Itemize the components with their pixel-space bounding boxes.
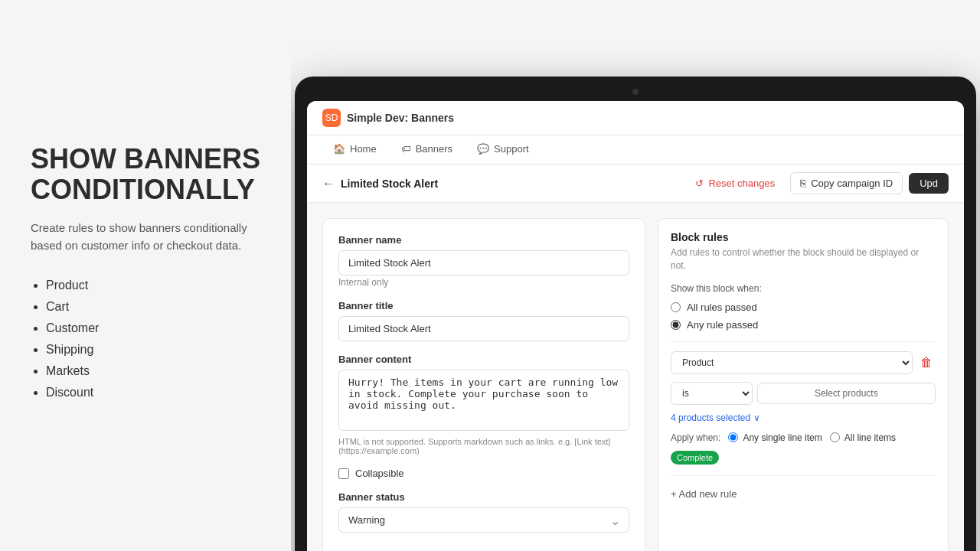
app-icon: SD [322, 109, 341, 127]
banner-content-hint: HTML is not supported. Supports markdown… [338, 437, 629, 455]
products-selected-count: 4 products selected [671, 412, 750, 423]
products-selected-link[interactable]: 4 products selected ∨ [671, 412, 936, 423]
radio-all-rules[interactable] [671, 302, 681, 312]
list-item-markets: Markets [46, 364, 260, 378]
rules-panel: Block rules Add rules to control whether… [658, 218, 949, 551]
select-products-button[interactable]: Select products [757, 383, 936, 404]
main-content: Banner name Internal only Banner title B… [307, 203, 964, 551]
left-panel: SHOW BANNERS CONDITIONALLY Create rules … [0, 0, 291, 551]
tablet-frame: SD Simple Dev: Banners 🏠 Home 🏷 Banners … [295, 77, 976, 551]
collapsible-row: Collapsible [338, 468, 629, 479]
select-products-label: Select products [815, 388, 878, 399]
list-item-cart: Cart [46, 300, 260, 314]
divider [671, 341, 936, 342]
tab-home-label: Home [350, 143, 377, 155]
radio-single-line[interactable] [728, 432, 738, 442]
rule-condition-select[interactable]: Product [671, 351, 913, 374]
radio-any-rule-label[interactable]: Any rule passed [687, 319, 758, 331]
radio-any-rule[interactable] [671, 320, 681, 330]
back-arrow-icon[interactable]: ← [322, 177, 335, 191]
tablet-screen: SD Simple Dev: Banners 🏠 Home 🏷 Banners … [307, 101, 964, 551]
update-button[interactable]: Upd [909, 173, 949, 194]
app-header: SD Simple Dev: Banners [307, 101, 964, 135]
banner-status-group: Banner status Warning Info Error Success [338, 491, 629, 533]
reset-label: Reset changes [708, 178, 775, 189]
banner-name-group: Banner name Internal only [338, 234, 629, 288]
rule-delete-button[interactable]: 🗑 [917, 356, 936, 370]
banner-name-input[interactable] [338, 250, 629, 276]
all-lines-label[interactable]: All line items [844, 432, 896, 443]
right-panel: SD Simple Dev: Banners 🏠 Home 🏷 Banners … [291, 0, 980, 551]
copy-icon: ⎘ [800, 178, 806, 189]
nav-tabs: 🏠 Home 🏷 Banners 💬 Support [307, 135, 964, 165]
copy-campaign-id-button[interactable]: ⎘ Copy campaign ID [790, 172, 903, 194]
rule-operator-row: is Select products [671, 382, 936, 405]
list-item-customer: Customer [46, 321, 260, 335]
tab-banners[interactable]: 🏷 Banners [390, 135, 463, 164]
apply-single-row: Any single line item [728, 432, 822, 443]
collapsible-label[interactable]: Collapsible [355, 468, 404, 479]
app-title: Simple Dev: Banners [347, 112, 454, 124]
page-header: ← Limited Stock Alert ↺ Reset changes ⎘ … [307, 165, 964, 203]
rules-subtitle: Add rules to control whether the block s… [671, 246, 936, 272]
update-label: Upd [920, 178, 938, 189]
reset-changes-button[interactable]: ↺ Reset changes [686, 173, 784, 194]
single-line-label[interactable]: Any single line item [743, 432, 822, 443]
banner-content-group: Banner content Hurry! The items in your … [338, 354, 629, 455]
tablet-notch [632, 89, 639, 95]
support-icon: 💬 [477, 143, 489, 155]
radio-group: All rules passed Any rule passed [671, 302, 936, 331]
show-when-label: Show this block when: [671, 283, 936, 294]
main-heading: SHOW BANNERS CONDITIONALLY [31, 144, 260, 204]
page-back: ← Limited Stock Alert [322, 177, 438, 191]
tab-support[interactable]: 💬 Support [466, 135, 540, 164]
banner-title-group: Banner title [338, 300, 629, 341]
status-badge: Complete [671, 451, 719, 465]
tab-home[interactable]: 🏠 Home [322, 135, 387, 164]
rule-row: Product 🗑 [671, 351, 936, 374]
banner-title-label: Banner title [338, 300, 629, 311]
list-item-shipping: Shipping [46, 343, 260, 357]
page-actions: ↺ Reset changes ⎘ Copy campaign ID Upd [686, 172, 949, 194]
reset-icon: ↺ [695, 178, 704, 189]
apply-when-label: Apply when: [671, 432, 720, 443]
tab-banners-label: Banners [416, 143, 452, 155]
page-title: Limited Stock Alert [341, 178, 438, 190]
radio-all-rules-label[interactable]: All rules passed [687, 302, 757, 313]
banner-status-select[interactable]: Warning Info Error Success [338, 507, 629, 533]
radio-all-lines[interactable] [830, 432, 840, 442]
home-icon: 🏠 [333, 143, 345, 155]
list-item-discount: Discount [46, 386, 260, 399]
collapsible-checkbox[interactable] [338, 468, 349, 479]
add-rule-label: + Add new rule [671, 488, 737, 500]
banner-title-input[interactable] [338, 316, 629, 341]
banner-content-textarea[interactable]: Hurry! The items in your cart are runnin… [338, 370, 629, 431]
form-panel: Banner name Internal only Banner title B… [322, 218, 645, 551]
apply-when-row: Apply when: Any single line item All lin… [671, 432, 936, 465]
chevron-down-icon: ∨ [753, 412, 760, 423]
radio-any-rule-row: Any rule passed [671, 319, 936, 331]
main-description: Create rules to show banners conditional… [31, 220, 260, 254]
radio-all-rules-row: All rules passed [671, 302, 936, 313]
list-item-product: Product [46, 279, 260, 292]
banner-name-hint: Internal only [338, 277, 629, 288]
apply-all-row: All line items [830, 432, 896, 443]
banner-name-label: Banner name [338, 234, 629, 246]
banner-content-label: Banner content [338, 354, 629, 365]
rule-operator-select[interactable]: is [671, 382, 753, 405]
banner-status-wrapper: Warning Info Error Success [338, 507, 629, 533]
divider-2 [671, 475, 936, 476]
feature-list: Product Cart Customer Shipping Markets D… [31, 279, 260, 407]
add-new-rule-button[interactable]: + Add new rule [671, 485, 737, 503]
campaign-label: Copy campaign ID [811, 178, 893, 189]
banners-icon: 🏷 [401, 143, 411, 155]
banner-status-label: Banner status [338, 491, 629, 503]
rules-title: Block rules [671, 231, 936, 243]
tab-support-label: Support [494, 143, 529, 155]
